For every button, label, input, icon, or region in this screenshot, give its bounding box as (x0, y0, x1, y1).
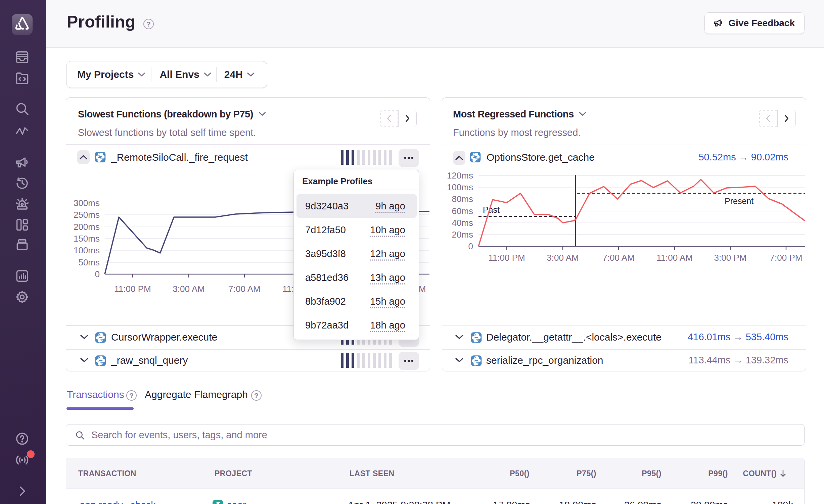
svg-text:100ms: 100ms (447, 182, 473, 192)
svg-text:3:00 PM: 3:00 PM (714, 253, 747, 263)
svg-text:7:00 AM: 7:00 AM (228, 284, 260, 294)
svg-text:11:00 PM: 11:00 PM (488, 253, 525, 263)
svg-text:20ms: 20ms (452, 230, 473, 240)
svg-text:250ms: 250ms (74, 210, 100, 220)
svg-text:7:00 AM: 7:00 AM (602, 253, 634, 263)
svg-text:7:00 PM: 7:00 PM (770, 253, 803, 263)
svg-text:40ms: 40ms (452, 218, 473, 228)
svg-text:Present: Present (725, 196, 753, 206)
svg-text:80ms: 80ms (452, 194, 473, 204)
svg-text:0: 0 (95, 269, 100, 279)
svg-text:3:00 AM: 3:00 AM (547, 253, 579, 263)
svg-text:0: 0 (468, 241, 473, 251)
svg-text:11:00 PM: 11:00 PM (114, 284, 151, 294)
svg-text:11:00 AM: 11:00 AM (656, 253, 693, 263)
svg-text:120ms: 120ms (447, 170, 473, 181)
svg-text:300ms: 300ms (74, 198, 100, 208)
svg-text:150ms: 150ms (74, 234, 100, 244)
svg-text:100ms: 100ms (74, 245, 100, 255)
svg-text:Past: Past (483, 205, 500, 214)
svg-text:60ms: 60ms (452, 206, 473, 216)
svg-text:3:00 AM: 3:00 AM (173, 284, 204, 294)
svg-text:50ms: 50ms (78, 257, 100, 267)
svg-text:200ms: 200ms (74, 222, 100, 232)
